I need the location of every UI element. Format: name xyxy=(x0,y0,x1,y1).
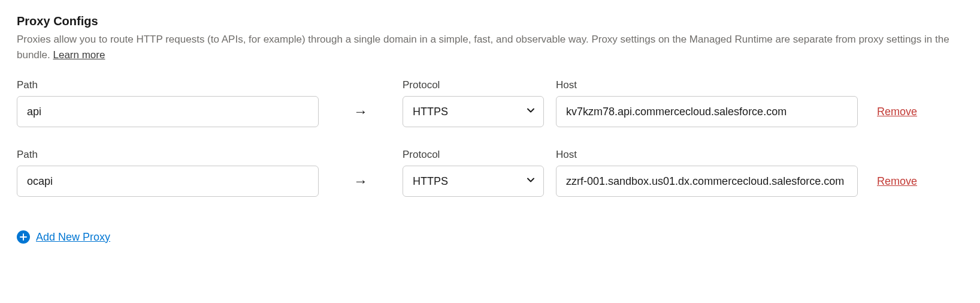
host-input[interactable] xyxy=(556,166,858,197)
arrow-separator: → xyxy=(319,166,403,197)
protocol-field-group: Protocol xyxy=(403,79,544,127)
path-input[interactable] xyxy=(17,96,319,127)
proxy-row: Path → Protocol Host Remove xyxy=(17,149,963,197)
description-text: Proxies allow you to route HTTP requests… xyxy=(17,34,949,61)
host-label: Host xyxy=(556,149,858,161)
learn-more-link[interactable]: Learn more xyxy=(53,49,105,61)
path-input[interactable] xyxy=(17,166,319,197)
svg-rect-2 xyxy=(20,236,27,238)
protocol-select[interactable] xyxy=(403,96,544,127)
arrow-icon: → xyxy=(353,173,368,190)
host-field-group: Host xyxy=(556,149,858,197)
remove-button[interactable]: Remove xyxy=(877,96,917,127)
path-label: Path xyxy=(17,149,319,161)
protocol-field-group: Protocol xyxy=(403,149,544,197)
remove-button[interactable]: Remove xyxy=(877,166,917,197)
add-new-proxy-button[interactable]: Add New Proxy xyxy=(17,230,110,244)
host-input[interactable] xyxy=(556,96,858,127)
arrow-icon: → xyxy=(353,103,368,120)
host-field-group: Host xyxy=(556,79,858,127)
arrow-separator: → xyxy=(319,96,403,127)
path-field-group: Path xyxy=(17,149,319,197)
path-field-group: Path xyxy=(17,79,319,127)
protocol-label: Protocol xyxy=(403,149,544,161)
plus-circle-icon xyxy=(17,230,30,244)
protocol-select-wrap xyxy=(403,166,544,197)
section-title: Proxy Configs xyxy=(17,14,963,28)
section-description: Proxies allow you to route HTTP requests… xyxy=(17,32,963,62)
proxy-row: Path → Protocol Host Remove xyxy=(17,79,963,127)
protocol-label: Protocol xyxy=(403,79,544,91)
protocol-select-wrap xyxy=(403,96,544,127)
host-label: Host xyxy=(556,79,858,91)
protocol-select[interactable] xyxy=(403,166,544,197)
path-label: Path xyxy=(17,79,319,91)
add-new-proxy-label: Add New Proxy xyxy=(36,231,110,244)
